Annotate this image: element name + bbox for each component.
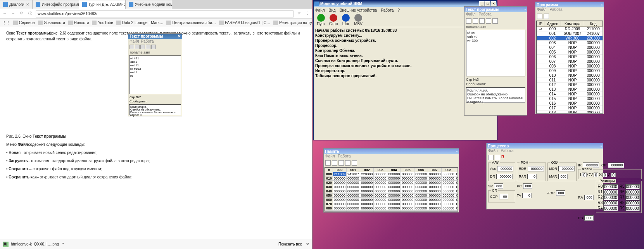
bookmark-item[interactable]: FAREAST.League#1 | C… [219, 21, 270, 25]
titlebar[interactable]: Программа▫ [535, 2, 604, 7]
menu-item[interactable]: Работа [501, 149, 514, 154]
table-row[interactable]: 008NOP000000 [537, 64, 603, 69]
menu-item[interactable]: ? [397, 8, 400, 12]
open-icon[interactable] [473, 18, 478, 24]
table-row[interactable]: 0500000000000000000000000000000000000000… [325, 194, 458, 198]
tb-icon[interactable] [537, 14, 542, 19]
tb-icon[interactable] [345, 160, 350, 166]
table-row[interactable]: 0100000000000000000000000000000000000000… [325, 176, 458, 181]
or-field[interactable] [608, 163, 624, 168]
saveas-icon[interactable] [486, 18, 491, 24]
rdr-field[interactable] [528, 166, 544, 171]
table-row[interactable]: 002WR 300220300 [537, 36, 603, 41]
col-header[interactable]: 008 [442, 168, 455, 172]
col-header[interactable]: x [325, 168, 333, 172]
col-header[interactable]: 002 [360, 168, 374, 172]
table-row[interactable]: 009NOP000000 [537, 69, 603, 73]
menu-item[interactable]: Файл [325, 154, 335, 159]
tb-icon[interactable] [338, 160, 344, 166]
toolbar-button[interactable]: MBV [352, 14, 364, 26]
menu-icon[interactable]: ⋮ [304, 11, 311, 17]
close-icon[interactable]: ✕ [306, 242, 309, 246]
table-row[interactable]: 014NOP000000 [537, 92, 603, 97]
maximize-icon[interactable]: ▫ [600, 144, 602, 148]
col-header[interactable]: 009 [455, 168, 458, 172]
menu-item[interactable]: Файл [537, 7, 547, 13]
col-header[interactable]: Адрес [544, 21, 561, 27]
table-row[interactable]: 0600000000000000000000000000000000000000… [325, 198, 458, 202]
menu-item[interactable]: Внешние устройства [340, 8, 377, 12]
url-input[interactable] [36, 10, 294, 17]
menu-item[interactable]: Работа [479, 12, 492, 17]
bookmark-item[interactable]: Сервисы [13, 21, 35, 25]
browser-tab[interactable]: Учебные модели компьют…✕ [126, 0, 172, 9]
browser-tab[interactable]: Турчин Д.Е. АЭВМиС. Пр…✕ [79, 0, 126, 9]
col-header[interactable]: 001 [347, 168, 360, 172]
sp-field[interactable] [494, 183, 503, 189]
download-item[interactable]: ▣ htmlconvd-k_QXX0.I…..png⌃ [3, 242, 64, 247]
col-header[interactable]: 006 [414, 168, 428, 172]
menu-item[interactable]: Работа [338, 154, 351, 159]
titlebar[interactable]: Память▫ [324, 149, 459, 154]
maximize-icon[interactable]: ▫ [601, 3, 603, 7]
table-row[interactable]: ->000RD #009211009 [537, 27, 603, 31]
reset-icon[interactable]: R [501, 155, 507, 160]
col-header[interactable]: 007 [428, 168, 442, 172]
tb-icon[interactable] [325, 160, 331, 166]
back-icon[interactable]: ← [2, 11, 8, 17]
bookmark-item[interactable]: Sosновости [38, 21, 65, 25]
close-icon[interactable]: ✕ [491, 1, 496, 6]
code-editor[interactable]: rd #9 sub #7 wr 300 [466, 30, 525, 76]
browser-tab[interactable]: Интерфейс программы н…✕ [33, 0, 79, 9]
star-icon[interactable]: ☆ [296, 11, 302, 17]
toolbar-button[interactable]: Шаг [340, 14, 352, 26]
adr-field[interactable] [556, 190, 565, 196]
tb-icon[interactable] [352, 160, 357, 166]
bookmark-item[interactable]: Dota 2 Lounge - Mark… [116, 21, 164, 25]
tb-icon[interactable] [488, 155, 494, 160]
forward-icon[interactable]: → [10, 11, 16, 17]
maximize-icon[interactable]: ▫ [524, 7, 526, 12]
table-row[interactable]: 0300000000000000000000000000000000000000… [325, 185, 458, 189]
bookmark-item[interactable]: Централизованная би… [166, 21, 216, 25]
table-row[interactable]: 011NOP000000 [537, 78, 603, 83]
show-all-link[interactable]: Показать все [278, 242, 302, 246]
table-row[interactable]: 016NOP000000 [537, 101, 603, 106]
table-row[interactable]: 0800000000000000000000000000000000000000… [325, 206, 458, 211]
titlebar[interactable]: Процессор▫ [487, 143, 603, 149]
table-row[interactable]: 010NOP000000 [537, 73, 603, 78]
toolbar-button[interactable]: Пуск [315, 14, 327, 26]
table-row[interactable]: 015NOP000000 [537, 97, 603, 101]
table-row[interactable]: 0200000000000000000000000000000000000000… [325, 181, 458, 185]
table-row[interactable]: 012NOP000000 [537, 83, 603, 87]
table-row[interactable]: 006NOP000000 [537, 55, 603, 59]
maximize-icon[interactable]: □ [485, 1, 490, 6]
table-row[interactable]: 0900000000000000000000000000000000000000… [325, 211, 458, 212]
table-row[interactable]: 007NOP000000 [537, 59, 603, 64]
col-header[interactable]: Код [584, 21, 603, 27]
menu-item[interactable]: Вид [329, 8, 336, 12]
program-table[interactable]: IPАдресКомандаКод->000RD #009211009001SU… [536, 21, 603, 114]
menu-item[interactable]: Файл [315, 8, 325, 12]
compile-icon[interactable] [492, 18, 498, 24]
pc-field[interactable] [523, 183, 532, 189]
table-row[interactable]: 005NOP000000 [537, 50, 603, 55]
bookmark-item[interactable]: Новости [68, 21, 89, 25]
table-row[interactable]: 001SUB #007241007 [537, 31, 603, 36]
menu-item[interactable]: Работа [550, 7, 563, 13]
table-row[interactable]: 0002110092410072203000000000000000000000… [325, 172, 458, 176]
browser-tab[interactable]: Диалоги✕ [0, 0, 33, 9]
bookmark-item[interactable]: Регистрация на турни… [273, 21, 312, 25]
mdr-field[interactable] [558, 166, 575, 171]
bookmark-item[interactable]: YouTube [92, 21, 113, 25]
table-row[interactable]: 013NOP000000 [537, 87, 603, 92]
cop-field[interactable] [499, 194, 508, 199]
tb-icon[interactable] [495, 155, 500, 160]
col-header[interactable]: 003 [374, 168, 387, 172]
menu-item[interactable]: Файл [488, 149, 498, 154]
tb-icon[interactable] [544, 14, 549, 19]
mar-field[interactable] [558, 174, 568, 179]
menu-item[interactable]: Файл [466, 12, 476, 17]
maximize-icon[interactable]: ▫ [456, 149, 458, 154]
apps-icon[interactable]: ⋮⋮ [2, 21, 10, 25]
